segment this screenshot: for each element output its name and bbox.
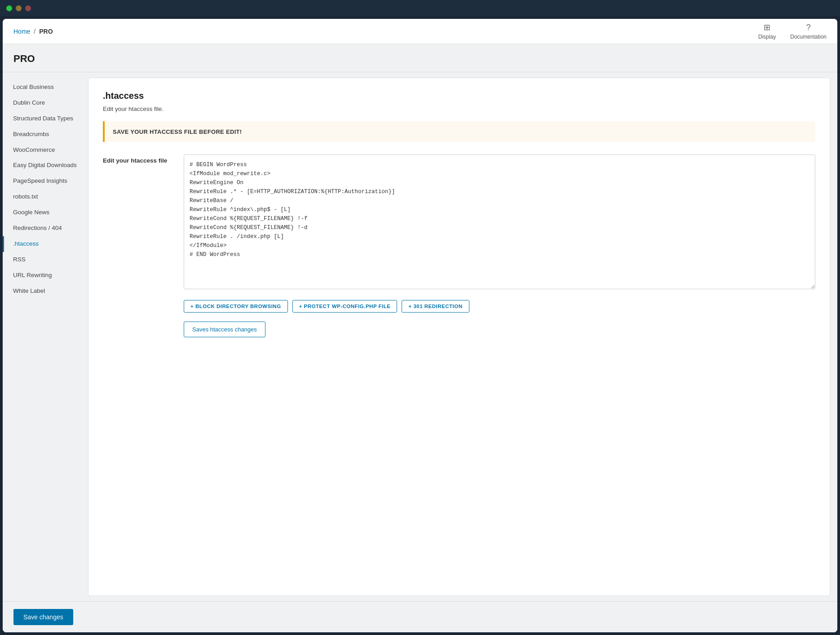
window-chrome [0,0,840,16]
traffic-light-red[interactable] [25,5,31,11]
breadcrumb-current: PRO [39,28,53,35]
edit-section: Edit your htaccess file # BEGIN WordPres… [103,154,815,291]
save-changes-button[interactable]: Save changes [13,609,73,625]
breadcrumb: Home / PRO [13,28,53,35]
sidebar-item-google-news[interactable]: Google News [3,205,88,220]
301-redirection-button[interactable]: + 301 REDIRECTION [402,300,469,313]
app-container: Home / PRO ⊞ Display ? Documentation PRO… [3,19,837,632]
panel-title: .htaccess [103,91,815,101]
page-title: PRO [13,53,35,64]
sidebar-item-breadcrumbs[interactable]: Breadcrumbs [3,127,88,142]
display-action[interactable]: ⊞ Display [758,22,776,40]
edit-label: Edit your htaccess file [103,154,175,291]
action-buttons-row: + BLOCK DIRECTORY BROWSING + PROTECT WP-… [184,300,815,313]
sidebar-item-redirections-404[interactable]: Redirections / 404 [3,220,88,236]
edit-right: # BEGIN WordPress <IfModule mod_rewrite.… [184,154,815,291]
display-icon: ⊞ [762,22,772,32]
sidebar-item-woocommerce[interactable]: WooCommerce [3,142,88,158]
warning-box: SAVE YOUR HTACCESS FILE BEFORE EDIT! [103,121,815,142]
sidebar: Local Business Dublin Core Structured Da… [3,72,88,601]
display-label: Display [758,34,776,40]
top-header: Home / PRO ⊞ Display ? Documentation [3,19,837,44]
bottom-bar: Save changes [3,601,837,632]
sidebar-item-easy-digital-downloads[interactable]: Easy Digital Downloads [3,158,88,173]
htaccess-textarea[interactable]: # BEGIN WordPress <IfModule mod_rewrite.… [184,154,815,289]
documentation-action[interactable]: ? Documentation [790,22,827,40]
sidebar-item-local-business[interactable]: Local Business [3,79,88,95]
sidebar-item-white-label[interactable]: White Label [3,283,88,299]
save-htaccess-button[interactable]: Saves htaccess changes [184,322,265,337]
content-area: Local Business Dublin Core Structured Da… [3,72,837,601]
documentation-label: Documentation [790,34,827,40]
page-body: PRO Local Business Dublin Core Structure… [3,44,837,632]
documentation-icon: ? [804,22,813,32]
main-panel: .htaccess Edit your htaccess file. SAVE … [88,78,830,596]
breadcrumb-separator: / [34,28,35,35]
breadcrumb-home-link[interactable]: Home [13,28,30,35]
sidebar-item-pagespeed-insights[interactable]: PageSpeed Insights [3,173,88,189]
warning-text: SAVE YOUR HTACCESS FILE BEFORE EDIT! [113,128,242,135]
traffic-light-yellow[interactable] [16,5,22,11]
sidebar-item-robots-txt[interactable]: robots.txt [3,189,88,205]
sidebar-item-rss[interactable]: RSS [3,252,88,268]
protect-wp-config-button[interactable]: + PROTECT WP-CONFIG.PHP FILE [292,300,398,313]
sidebar-item-url-rewriting[interactable]: URL Rewriting [3,268,88,283]
sidebar-item-dublin-core[interactable]: Dublin Core [3,95,88,111]
traffic-light-green[interactable] [6,5,12,11]
sidebar-item-structured-data-types[interactable]: Structured Data Types [3,111,88,127]
sidebar-item-htaccess[interactable]: .htaccess [3,236,88,252]
panel-subtitle: Edit your htaccess file. [103,106,815,112]
page-title-bar: PRO [3,44,837,72]
header-actions: ⊞ Display ? Documentation [758,22,827,40]
block-directory-button[interactable]: + BLOCK DIRECTORY BROWSING [184,300,288,313]
